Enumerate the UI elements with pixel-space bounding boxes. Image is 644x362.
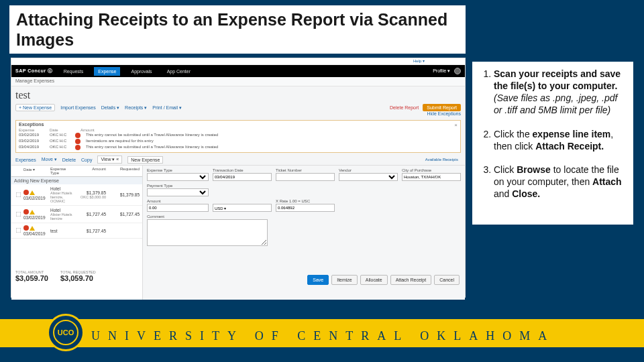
error-icon [23,190,29,195]
row-checkbox[interactable] [16,192,21,197]
exception-row: 03/02/2019OKC H.CItemizations are requir… [19,139,458,144]
uco-seal-icon: UCO [47,314,85,351]
delete-link[interactable]: Delete [62,158,76,162]
delete-report-link[interactable]: Delete Report [390,105,419,110]
ticket-number-input[interactable] [276,173,335,181]
new-expense-button[interactable]: + New Expense [15,104,55,111]
receipts-menu[interactable]: Receipts ▾ [125,105,147,111]
expense-type-select[interactable] [147,173,209,181]
sap-concur-logo: SAP Concur ⓒ [15,68,53,74]
error-icon [75,133,80,138]
xrate-input[interactable] [276,204,335,212]
instruction-step-2: Click the expense line item, then click … [494,129,627,153]
warning-icon [30,226,35,231]
error-icon [23,209,29,215]
warning-icon [30,190,35,195]
cancel-button[interactable]: Cancel [434,275,460,285]
lbl-city: City of Purchase [402,168,461,172]
totals: TOTAL AMOUNT$3,059.70 TOTAL REQUESTED$3,… [15,270,190,282]
form-footer-buttons: Save Itemize Allocate Attach Receipt Can… [307,275,460,285]
city-input[interactable] [402,173,461,181]
view-menu[interactable]: View ▾ « [97,156,122,164]
move-menu[interactable]: Move ▾ [42,157,57,162]
lbl-expense-type: Expense Type [147,168,209,172]
top-nav: SAP Concur ⓒ Requests Expense Approvals … [11,65,465,77]
col-amount[interactable]: Amount [72,167,106,175]
lbl-comment: Comment [147,215,268,219]
exc-col-date: Date [50,128,75,132]
amount-input[interactable] [147,204,209,212]
currency-select[interactable] [213,204,272,212]
submit-report-button[interactable]: Submit Report [423,104,461,111]
instructions-panel: Scan your receipts and save the file(s) … [472,62,633,225]
expense-row[interactable]: 03/02/2019HotelAlister Hotels Itemize$1,… [11,206,142,223]
lbl-amount: Amount [147,199,209,203]
avatar-icon[interactable] [454,68,461,74]
details-menu[interactable]: Details ▾ [101,105,119,111]
slide-title: Attaching Receipts to an Expense Report … [16,9,459,50]
concur-screenshot: Help ▾ SAP Concur ⓒ Requests Expense App… [11,58,466,298]
save-button[interactable]: Save [307,275,329,285]
instruction-step-1: Scan your receipts and save the file(s) … [494,68,627,117]
expense-row[interactable]: 03/02/2019HotelAlister Hotels Itemize, O… [11,184,142,206]
comment-textarea[interactable] [147,219,268,246]
vendor-select[interactable] [339,173,398,181]
report-name: test [15,89,461,101]
report-actions: + New Expense Import Expenses Details ▾ … [15,104,461,111]
nav-approvals[interactable]: Approvals [127,67,156,76]
import-expenses-link[interactable]: Import Expenses [60,105,96,110]
lbl-xrate: X Rate 1.00 = USC [276,199,335,203]
lbl-trans-date: Transaction Date [213,168,272,172]
print-email-menu[interactable]: Print / Email ▾ [152,105,182,111]
error-icon [75,145,80,150]
attach-receipt-button[interactable]: Attach Receipt [390,275,432,285]
expense-row[interactable]: 03/04/2019test$1,727.45 [11,223,142,239]
col-type[interactable]: Expense Type [50,167,72,175]
expenses-toolbar: Expenses Move ▾ Delete Copy View ▾ « New… [11,154,465,166]
close-icon[interactable]: × [454,122,458,128]
exc-col-expense: Expense [19,128,44,132]
exceptions-heading: Exceptions [19,122,458,127]
lbl-vendor: Vendor [339,168,398,172]
instruction-step-3: Click Browse to locate the file on your … [494,164,627,200]
col-requested[interactable]: Requested [106,167,140,175]
warning-icon [30,210,35,215]
col-date[interactable]: Date ▾ [23,167,50,175]
copy-link[interactable]: Copy [81,158,92,162]
report-header: test + New Expense Import Expenses Detai… [11,86,465,119]
payment-type-select[interactable] [147,188,209,196]
row-checkbox[interactable] [16,228,21,233]
slide-title-box: Attaching Receipts to an Expense Report … [9,5,466,54]
uco-wordmark: UNIVERSITY OF CENTRAL OKLAHOMA [91,329,641,343]
subheader: Manage Expenses [11,77,465,86]
transaction-date-input[interactable] [213,173,272,181]
available-receipts-link[interactable]: Available Receipts [425,158,461,162]
lbl-ticket: Ticket Number [276,168,335,172]
new-expense-tab[interactable]: New Expense [127,156,163,164]
hide-exceptions-link[interactable]: Hide Exceptions [427,111,461,116]
exc-col-amount: Amount [80,128,101,132]
lbl-payment: Payment Type [147,184,209,188]
expenses-label: Expenses [15,158,36,162]
profile-menu[interactable]: Profile ▾ [433,68,450,74]
nav-requests[interactable]: Requests [60,67,88,76]
exceptions-panel: × Exceptions Expense Date Amount 03/02/2… [15,120,461,153]
nav-expense[interactable]: Expense [94,67,120,76]
allocate-button[interactable]: Allocate [360,275,388,285]
total-amount-value: $3,059.70 [15,274,48,282]
exception-row: 03/04/2019OKC H.CThis entry cannot be su… [19,145,458,150]
nav-appcenter[interactable]: App Center [163,67,195,76]
error-icon [23,225,29,231]
adding-new-expense-row: Adding New Expense [11,177,142,184]
total-requested-value: $3,059.70 [60,274,96,282]
error-icon [75,139,80,144]
itemize-button[interactable]: Itemize [331,275,358,285]
row-checkbox[interactable] [16,211,21,217]
exception-row: 03/02/2019OKC H.CThis entry cannot be su… [19,133,458,138]
help-link[interactable]: Help ▾ [11,58,465,65]
